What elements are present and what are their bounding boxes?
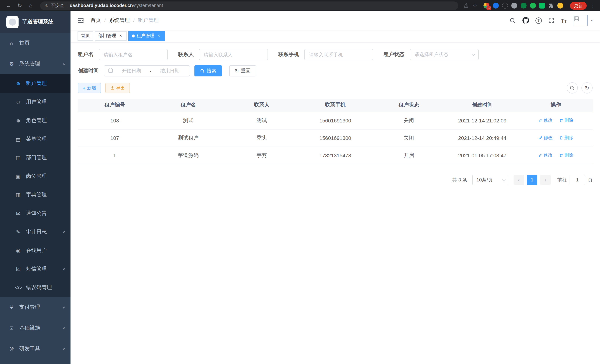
extension-icon-1[interactable]: 10 — [484, 3, 489, 9]
sidebar-item-dept[interactable]: ◫部门管理 — [0, 149, 71, 167]
toggle-search-button[interactable] — [567, 82, 578, 93]
security-warning-icon: ⚠ — [45, 3, 48, 8]
breadcrumb-system[interactable]: 系统管理 — [109, 17, 130, 24]
browser-home-icon[interactable]: ⌂ — [26, 1, 36, 10]
prev-page-button[interactable]: ‹ — [514, 175, 524, 185]
sidebar-item-pay[interactable]: ¥支付管理∨ — [0, 297, 71, 318]
edit-button[interactable]: 修改 — [538, 117, 553, 123]
tab-dept[interactable]: 部门管理× — [95, 31, 127, 41]
bookmark-star-icon[interactable]: ☆ — [471, 3, 479, 9]
browser-menu-icon[interactable]: ⋮ — [590, 3, 596, 9]
sidebar-item-notice[interactable]: ✉通知公告 — [0, 204, 71, 223]
help-icon[interactable]: ? — [535, 17, 542, 24]
sidebar-item-online-user[interactable]: ◉在线用户 — [0, 241, 71, 260]
chrome-update-button[interactable]: 更新 — [570, 2, 587, 9]
profile-avatar-icon[interactable] — [557, 3, 563, 9]
share-icon[interactable] — [463, 2, 469, 9]
chevron-down-icon — [471, 52, 475, 56]
url-path: /system/tenant — [133, 3, 163, 8]
edit-button[interactable]: 修改 — [538, 152, 553, 159]
tab-label: 部门管理 — [98, 33, 116, 39]
sidebar-item-label: 审计日志 — [26, 229, 47, 235]
sidebar-item-role[interactable]: ☻角色管理 — [0, 111, 71, 130]
menu-dict-icon: ▥ — [15, 192, 21, 198]
current-page-button[interactable]: 1 — [527, 175, 537, 185]
font-size-small: T — [564, 19, 567, 23]
sidebar-item-devtools[interactable]: ⚒研发工具∨ — [0, 338, 71, 359]
tab-home[interactable]: 首页 — [77, 31, 93, 41]
filter-label: 租户名 — [78, 51, 94, 58]
back-icon[interactable]: ← — [4, 1, 13, 10]
edit-button[interactable]: 修改 — [538, 135, 553, 141]
menu-devtool-icon: ⚒ — [8, 346, 15, 352]
refresh-table-button[interactable]: ↻ — [581, 82, 593, 93]
sidebar-item-post[interactable]: ▣岗位管理 — [0, 167, 71, 186]
sidebar-item-tenant[interactable]: ☻租户管理 — [0, 74, 71, 93]
sidebar-item-label: 在线用户 — [26, 247, 47, 254]
extensions-puzzle-icon[interactable] — [548, 3, 554, 8]
user-avatar-menu[interactable]: ▼ — [573, 15, 593, 26]
github-icon[interactable] — [523, 17, 529, 24]
breadcrumb-current: 租户管理 — [138, 17, 159, 24]
menu-system-gear-icon: ⚙ — [8, 61, 15, 67]
export-button[interactable]: 导出 — [105, 83, 130, 93]
active-tab-dot — [132, 34, 135, 37]
sidebar-item-audit-log[interactable]: ✎审计日志∨ — [0, 223, 71, 241]
col-phone: 联系手机 — [299, 99, 372, 112]
tab-tenant[interactable]: 租户管理× — [128, 31, 165, 41]
filter-label: 创建时间 — [78, 67, 99, 74]
pagination-total: 共 3 条 — [452, 177, 467, 183]
fullscreen-icon[interactable] — [548, 17, 555, 24]
sidebar-item-label: 用户管理 — [26, 99, 47, 105]
tab-label: 首页 — [81, 33, 90, 39]
sidebar-item-errorcode[interactable]: </>错误码管理 — [0, 278, 71, 297]
search-icon[interactable] — [509, 17, 516, 24]
font-size-icon[interactable]: TT — [561, 17, 567, 24]
sidebar-item-user[interactable]: ☺用户管理 — [0, 93, 71, 111]
table-row: 108 测试 测试 15601691300 关闭 2021-12-14 21:0… — [78, 112, 593, 129]
date-range-picker[interactable]: 开始日期 - 结束日期 — [104, 65, 190, 76]
extension-icon-7[interactable] — [539, 3, 545, 9]
sidebar-item-dict[interactable]: ▥字典管理 — [0, 186, 71, 204]
sidebar-item-system[interactable]: ⚙系统管理∧ — [0, 53, 71, 74]
url-text: dashboard.yudao.iocoder.cn/system/tenant — [70, 3, 163, 8]
extension-icon-3[interactable] — [502, 3, 508, 9]
add-button-label: 新增 — [87, 85, 96, 91]
delete-label: 删除 — [564, 152, 573, 159]
search-button[interactable]: 搜索 — [194, 65, 222, 76]
refresh-icon: ↻ — [235, 68, 239, 73]
phone-input[interactable] — [304, 49, 373, 60]
hamburger-icon[interactable] — [77, 17, 84, 24]
calendar-icon — [108, 68, 113, 74]
reset-button[interactable]: ↻ 重置 — [229, 65, 256, 76]
sidebar-item-infra[interactable]: ⊡基础设施∨ — [0, 318, 71, 338]
extension-icon-6[interactable] — [530, 3, 536, 9]
extension-icon-2[interactable] — [493, 3, 499, 9]
add-button[interactable]: + 新增 — [78, 83, 101, 93]
goto-page-input[interactable] — [570, 175, 585, 185]
close-icon[interactable]: × — [118, 33, 123, 38]
table-header-row: 租户编号 租户名 联系人 联系手机 租户状态 创建时间 操作 — [78, 99, 593, 112]
reload-icon[interactable]: ↻ — [15, 1, 25, 10]
cell-tenant-id: 1 — [78, 147, 151, 164]
page-size-select[interactable]: 10条/页 — [472, 175, 508, 185]
delete-button[interactable]: 删除 — [559, 117, 573, 123]
next-page-button[interactable]: › — [540, 175, 551, 185]
sidebar-item-menu[interactable]: ▤菜单管理 — [0, 130, 71, 149]
sidebar-item-home[interactable]: ⌂首页 — [0, 33, 71, 53]
app-logo-row[interactable]: 芋道管理系统 — [0, 11, 71, 33]
cell-status: 关闭 — [372, 112, 445, 129]
breadcrumb-separator: / — [133, 18, 135, 23]
sidebar-item-sms[interactable]: ☑短信管理∨ — [0, 260, 71, 278]
tenant-name-input[interactable] — [99, 49, 168, 60]
close-icon[interactable]: × — [156, 33, 161, 38]
status-select[interactable]: 请选择租户状态 — [410, 49, 479, 60]
breadcrumb-home[interactable]: 首页 — [91, 17, 101, 24]
extension-icon-5[interactable] — [521, 3, 526, 9]
contact-input[interactable] — [199, 49, 268, 60]
navbar-actions: ? TT ▼ — [509, 15, 593, 26]
extension-icon-4[interactable] — [511, 3, 517, 9]
delete-button[interactable]: 删除 — [559, 152, 573, 159]
delete-button[interactable]: 删除 — [559, 135, 573, 141]
address-bar[interactable]: ⚠ 不安全 dashboard.yudao.iocoder.cn/system/… — [40, 1, 458, 10]
